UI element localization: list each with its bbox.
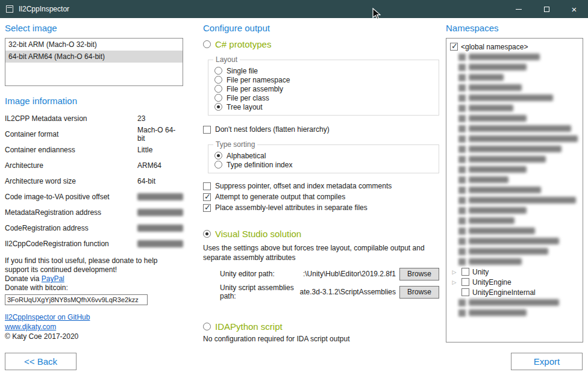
namespace-item-redacted[interactable] (450, 308, 579, 318)
radio-row-file-per-assembly[interactable]: File per assembly (214, 84, 433, 93)
radio-row-type-definition-index[interactable]: Type definition index (214, 160, 433, 169)
radio-idapython-script[interactable] (203, 323, 211, 330)
image-list-item-64-bit-arm64-mach-o-64-bit[interactable]: 64-bit ARM64 (Mach-O 64-bit) (5, 51, 183, 63)
select-image-header: Select image (5, 23, 183, 33)
info-row-architecture-word-size: Architecture word size64-bit (5, 173, 183, 189)
namespace-item-redacted[interactable] (450, 72, 579, 82)
namespace-item-redacted[interactable] (450, 236, 579, 246)
image-list-item-32-bit-arm-mach-o-32-bit[interactable]: 32-bit ARM (Mach-O 32-bit) (5, 39, 183, 51)
namespace-item-redacted[interactable] (450, 256, 579, 267)
namespace-item-unityengineinternal[interactable]: UnityEngineInternal (450, 287, 579, 297)
checkbox-row-place-assembly-level-attributes-in-separate-files[interactable]: Place assembly-level attributes in separ… (203, 202, 441, 213)
namespace-item-redacted[interactable] (450, 154, 579, 164)
info-value: Mach-O 64-bit (137, 126, 183, 143)
namespace-item-redacted[interactable] (450, 297, 579, 308)
info-label: Container endianness (5, 146, 137, 154)
expander-icon[interactable]: ▷ (450, 268, 458, 276)
field-label-unity-script-assemblies-path: Unity script assemblies path: (220, 284, 300, 300)
configure-panel: Configure output C# prototypes Layout Si… (203, 23, 441, 343)
titlebar[interactable]: Il2CppInspector × (0, 0, 588, 18)
namespace-item-global-namespace[interactable]: <global namespace> (450, 42, 579, 52)
radio-row-file-per-namespace[interactable]: File per namespace (214, 75, 433, 84)
back-button[interactable]: << Back (5, 353, 77, 370)
redacted-checkbox (458, 228, 466, 235)
radio-row-idapython[interactable]: IDAPython script (203, 320, 441, 332)
namespace-item-unityengine[interactable]: ▷UnityEngine (450, 277, 579, 287)
namespace-item-redacted[interactable] (450, 93, 579, 103)
namespace-checkbox-global-namespace[interactable] (450, 43, 458, 51)
checkbox-flatten-hierarchy[interactable] (203, 126, 211, 134)
redacted-checkbox (458, 176, 466, 184)
radio-visual-studio-solution[interactable] (203, 230, 211, 238)
redacted-checkbox (458, 197, 466, 204)
image-listbox[interactable]: 32-bit ARM (Mach-O 32-bit)64-bit ARM64 (… (5, 38, 183, 86)
checkbox-row-flatten[interactable]: Don't nest folders (flatten hierarchy) (203, 124, 441, 135)
browse-button[interactable]: Browse (399, 286, 439, 299)
radio-file-per-class[interactable] (214, 94, 222, 102)
radio-file-per-assembly[interactable] (214, 85, 222, 93)
namespace-item-redacted[interactable] (450, 246, 579, 256)
namespace-item-redacted[interactable] (450, 226, 579, 236)
minimize-button[interactable] (505, 0, 533, 18)
namespace-item-redacted[interactable] (450, 82, 579, 93)
checkbox-suppress-pointer-offset-and-index-metadata-comments[interactable] (203, 182, 211, 190)
radio-csharp-prototypes[interactable] (203, 40, 211, 48)
paypal-link[interactable]: PayPal (42, 274, 64, 283)
namespace-item-redacted[interactable] (450, 113, 579, 123)
namespace-item-redacted[interactable] (450, 52, 579, 62)
bitcoin-address-field[interactable]: 3FoRUqUXgYj8NY8sMQfhX6vv9LqR3e2kzz (5, 294, 148, 305)
namespace-item-redacted[interactable] (450, 134, 579, 144)
namespace-checkbox-unityengine[interactable] (461, 278, 469, 286)
redacted-checkbox (458, 166, 466, 173)
radio-row-tree-layout[interactable]: Tree layout (214, 102, 433, 111)
radio-tree-layout[interactable] (214, 103, 222, 111)
namespaces-list[interactable]: <global namespace>▷Unity▷UnityEngineUnit… (446, 38, 583, 342)
namespace-checkbox-unity[interactable] (461, 268, 469, 276)
redacted-label (469, 115, 527, 122)
namespace-item-redacted[interactable] (450, 123, 579, 134)
redacted-label (469, 299, 559, 306)
checkbox-row-suppress-pointer-offset-and-index-metadata-comments[interactable]: Suppress pointer, offset and index metad… (203, 181, 441, 191)
radio-type-definition-index[interactable] (214, 161, 222, 169)
radio-row-file-per-class[interactable]: File per class (214, 93, 433, 102)
namespace-item-redacted[interactable] (450, 195, 579, 205)
namespace-item-redacted[interactable] (450, 62, 579, 72)
namespace-item-redacted[interactable] (450, 103, 579, 113)
radio-file-per-namespace[interactable] (214, 76, 222, 84)
namespace-item-redacted[interactable] (450, 205, 579, 215)
radio-single-file[interactable] (214, 67, 222, 75)
radio-row-csharp-prototypes[interactable]: C# prototypes (203, 38, 441, 50)
namespace-item-unity[interactable]: ▷Unity (450, 267, 579, 277)
close-button[interactable]: × (560, 0, 588, 18)
expander-icon[interactable]: ▷ (450, 278, 458, 287)
export-button[interactable]: Export (511, 353, 583, 370)
redacted-value (137, 225, 183, 232)
checkbox-attempt-to-generate-output-that-compiles[interactable] (203, 193, 211, 201)
checkbox-place-assembly-level-attributes-in-separate-files[interactable] (203, 204, 211, 212)
layout-options: Single fileFile per namespaceFile per as… (214, 66, 433, 111)
redacted-label (469, 258, 522, 265)
donate-bitcoin-label: Donate with bitcoin: (5, 284, 183, 293)
minimize-icon (516, 9, 522, 10)
visual-studio-description: Uses the settings above but forces tree … (203, 243, 441, 262)
namespace-item-redacted[interactable] (450, 175, 579, 185)
browse-button[interactable]: Browse (399, 268, 439, 280)
namespace-item-redacted[interactable] (450, 164, 579, 175)
redacted-checkbox (458, 84, 466, 91)
namespace-item-redacted[interactable] (450, 215, 579, 226)
redacted-checkbox (458, 238, 466, 245)
radio-label-single-file: Single file (227, 67, 258, 75)
website-link[interactable]: www.djkaty.com (5, 322, 183, 332)
github-link[interactable]: Il2CppInspector on GitHub (5, 312, 183, 322)
radio-row-single-file[interactable]: Single file (214, 66, 433, 75)
radio-alphabetical[interactable] (214, 152, 222, 160)
radio-row-alphabetical[interactable]: Alphabetical (214, 151, 433, 160)
namespace-item-redacted[interactable] (450, 144, 579, 154)
namespace-checkbox-unityengineinternal[interactable] (461, 288, 469, 296)
namespace-item-redacted[interactable] (450, 185, 579, 195)
radio-row-visual-studio[interactable]: Visual Studio solution (203, 228, 441, 240)
configure-output-header: Configure output (203, 23, 441, 33)
maximize-button[interactable] (533, 0, 560, 18)
checkbox-row-attempt-to-generate-output-that-compiles[interactable]: Attempt to generate output that compiles (203, 191, 441, 202)
checkbox-label-suppress-pointer-offset-and-index-metadata-comments: Suppress pointer, offset and index metad… (215, 182, 392, 190)
